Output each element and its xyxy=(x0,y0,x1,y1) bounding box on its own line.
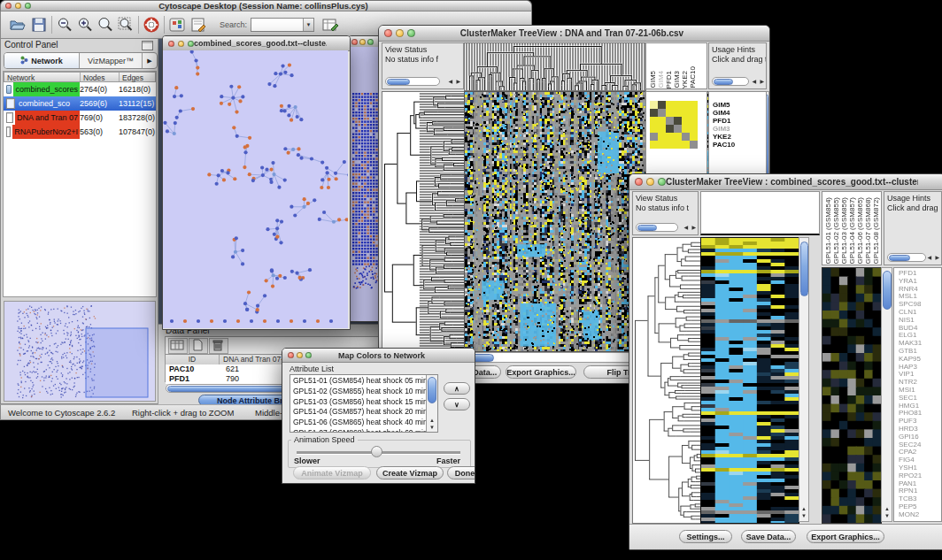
scroll-down-icon[interactable]: ▼ xyxy=(429,425,435,431)
treeview2-titlebar[interactable]: ClusterMaker TreeView : combined_scores_… xyxy=(629,174,942,190)
minimize-icon[interactable] xyxy=(15,3,21,9)
tv2-heatmap[interactable] xyxy=(700,237,799,524)
attribute-item[interactable]: GPL51-07 (GSM868) heat shock 60 min xyxy=(290,427,426,432)
close-icon[interactable] xyxy=(635,178,643,186)
attribute-listbox[interactable]: GPL51-01 (GSM854) heat shock 05 minGPL51… xyxy=(290,374,438,433)
help-icon[interactable] xyxy=(143,16,160,34)
scroll-down-icon[interactable]: ▼ xyxy=(884,513,890,519)
zoom-out-icon[interactable] xyxy=(56,16,73,34)
attribute-list-label: Attribute List xyxy=(290,364,334,373)
scroll-left-icon[interactable]: ◀ xyxy=(683,225,688,231)
move-up-button[interactable]: ∧ xyxy=(444,382,470,395)
move-down-button[interactable]: ∨ xyxy=(444,398,470,410)
zoom-selected-icon[interactable] xyxy=(117,16,135,34)
close-icon[interactable] xyxy=(168,41,174,47)
treeview1-titlebar[interactable]: ClusterMaker TreeView : DNA and Tran 07-… xyxy=(379,26,769,42)
network1-titlebar[interactable]: combined_scores_good.txt--cluste... xyxy=(163,36,350,51)
search-input[interactable]: ▼ xyxy=(251,18,314,32)
attribute-select-icon[interactable] xyxy=(168,338,188,354)
tv1-export-graphics-button[interactable]: Export Graphics... xyxy=(506,365,576,379)
scroll-left-icon[interactable]: ◀ xyxy=(752,79,756,85)
minimize-icon[interactable] xyxy=(297,352,303,358)
new-attribute-icon[interactable] xyxy=(189,338,208,354)
tv2-status-scrollbar[interactable] xyxy=(636,223,678,232)
main-titlebar[interactable]: Cytoscape Desktop (Session Name: collins… xyxy=(0,0,532,12)
scroll-left-icon[interactable]: ◀ xyxy=(448,79,452,85)
attribute-editor-icon[interactable] xyxy=(321,16,339,34)
minimize-icon[interactable] xyxy=(178,41,184,47)
tv2-save-data-button[interactable]: Save Data... xyxy=(741,530,796,543)
tv2-secondary-heatmap[interactable] xyxy=(822,267,882,524)
done-button[interactable]: Done xyxy=(447,466,475,479)
tv2-heatmap-vscrollbar[interactable]: ▲ ▼ xyxy=(799,237,809,522)
tv1-usage-scrollbar[interactable] xyxy=(712,77,749,86)
zoom-window-icon[interactable] xyxy=(407,29,415,37)
search-dropdown-icon[interactable]: ▼ xyxy=(303,19,313,31)
tv2-labels-vscrollbar[interactable]: ▲ ▼ xyxy=(881,267,892,522)
minimize-icon[interactable] xyxy=(646,178,654,186)
network1-canvas[interactable] xyxy=(163,50,348,328)
birdseye-view[interactable] xyxy=(4,301,156,402)
attribute-list-vscrollbar[interactable]: ▲ ▼ xyxy=(426,375,437,432)
tab-network[interactable]: Network xyxy=(4,53,80,68)
control-panel: Control Panel Network VizMapper™ ▶ Netwo… xyxy=(1,39,158,404)
zoom-window-icon[interactable] xyxy=(658,178,666,186)
tv1-row-dendrogram[interactable] xyxy=(382,91,466,352)
create-vizmap-button[interactable]: Create Vizmap xyxy=(376,466,444,479)
save-session-icon[interactable] xyxy=(30,16,48,34)
float-panel-icon[interactable] xyxy=(142,41,153,50)
zoom-fit-icon[interactable] xyxy=(97,16,114,34)
tv2-row-dendrogram[interactable] xyxy=(632,237,702,524)
zoom-window-icon[interactable] xyxy=(305,352,312,358)
minimize-icon[interactable] xyxy=(359,39,366,45)
close-icon[interactable] xyxy=(384,29,392,37)
close-icon[interactable] xyxy=(288,352,294,358)
tv1-summary-heatmap[interactable] xyxy=(650,101,698,149)
zoom-window-icon[interactable] xyxy=(367,39,374,45)
scroll-right-icon[interactable]: ▶ xyxy=(691,225,696,231)
scroll-right-icon[interactable]: ▶ xyxy=(935,255,939,261)
scroll-up-icon[interactable]: ▲ xyxy=(884,506,890,512)
tv2-settings-button[interactable]: Settings... xyxy=(679,530,732,543)
scroll-right-icon[interactable]: ▶ xyxy=(760,79,764,85)
attribute-item[interactable]: GPL51-06 (GSM865) heat shock 40 min xyxy=(290,417,426,427)
network-table-row[interactable]: RNAPuberNov2+I 563(0) 107847(0) xyxy=(4,125,156,139)
zoom-window-icon[interactable] xyxy=(25,3,31,9)
network-nodes-count: 2764(0) xyxy=(80,82,119,96)
speed-slider-thumb[interactable] xyxy=(371,446,382,457)
network-table-row[interactable]: combined_sco 2569(6) 13112(15) xyxy=(4,96,156,111)
open-session-icon[interactable] xyxy=(8,16,26,34)
col-label: GPL51-02 (GSM855) xyxy=(832,197,840,265)
zoom-in-icon[interactable] xyxy=(76,16,94,34)
animate-vizmap-button[interactable]: Animate Vizmap xyxy=(293,466,371,479)
delete-attribute-icon[interactable] xyxy=(209,338,228,354)
attribute-item[interactable]: GPL51-03 (GSM856) heat shock 15 min xyxy=(290,396,426,407)
scroll-down-icon[interactable]: ▼ xyxy=(801,513,807,519)
dialog-titlebar[interactable]: Map Colors to Network xyxy=(282,349,475,363)
attribute-item[interactable]: GPL51-02 (GSM855) heat shock 10 min xyxy=(290,386,426,396)
annotation-icon[interactable] xyxy=(189,16,207,34)
tab-overflow-arrow[interactable]: ▶ xyxy=(143,53,157,68)
main-window-controls[interactable] xyxy=(1,3,31,9)
network-table-row[interactable]: combined_scores 2764(0) 16218(0) xyxy=(4,82,156,96)
scroll-up-icon[interactable]: ▲ xyxy=(429,418,435,424)
zoom-window-icon[interactable] xyxy=(188,41,194,47)
scroll-up-icon[interactable]: ▲ xyxy=(801,506,807,512)
tv2-usage-scrollbar[interactable] xyxy=(887,253,926,262)
network-nodes-count: 563(0) xyxy=(80,125,119,139)
scroll-left-icon[interactable]: ◀ xyxy=(927,255,931,261)
attribute-item[interactable]: GPL51-01 (GSM854) heat shock 05 min xyxy=(290,375,426,386)
close-icon[interactable] xyxy=(5,3,12,9)
network-row-icon xyxy=(6,98,15,109)
close-icon[interactable] xyxy=(351,39,358,45)
tab-vizmapper[interactable]: VizMapper™ xyxy=(80,53,143,68)
scroll-right-icon[interactable]: ▶ xyxy=(456,79,460,85)
network-table-row[interactable]: DNA and Tran 07 769(0) 183728(0) xyxy=(4,111,156,125)
tv1-column-dendrogram[interactable] xyxy=(464,42,646,91)
network-table-header[interactable]: Network Nodes Edges xyxy=(4,72,156,82)
tv1-status-scrollbar[interactable] xyxy=(385,77,440,86)
network-modules-icon[interactable] xyxy=(168,16,186,34)
tv2-export-graphics-button[interactable]: Export Graphics... xyxy=(807,530,884,543)
minimize-icon[interactable] xyxy=(396,29,404,37)
attribute-item[interactable]: GPL51-04 (GSM857) heat shock 20 min xyxy=(290,406,426,417)
